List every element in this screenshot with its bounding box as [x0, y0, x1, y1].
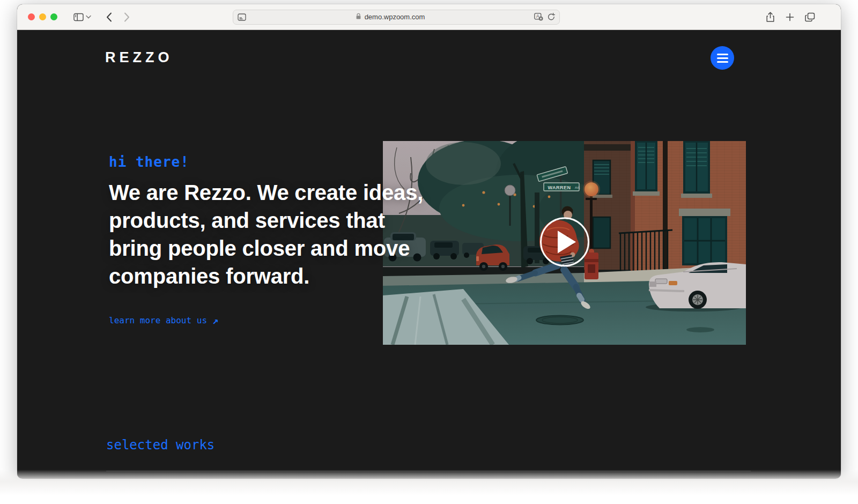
tab-overview-button[interactable] — [805, 12, 815, 22]
sidebar-dropdown-chevron[interactable] — [86, 15, 91, 19]
sidebar-icon — [73, 13, 84, 21]
new-tab-button[interactable] — [786, 13, 794, 21]
hamburger-icon — [717, 54, 728, 55]
forward-button[interactable] — [124, 12, 130, 22]
plus-icon — [786, 13, 794, 21]
browser-toolbar: demo.wpzoom.com A — [17, 4, 841, 30]
reload-button[interactable] — [548, 13, 555, 21]
translate-button[interactable]: A — [534, 13, 543, 21]
back-button[interactable] — [106, 12, 112, 22]
arrow-up-right-icon: ↗ — [212, 314, 218, 326]
bottom-fade — [0, 470, 858, 504]
address-bar[interactable]: demo.wpzoom.com A — [233, 10, 560, 25]
lock-icon[interactable] — [356, 13, 361, 21]
play-button[interactable] — [540, 217, 589, 266]
site-logo[interactable]: REZZO — [105, 49, 173, 66]
reader-options-button[interactable] — [238, 13, 246, 21]
chevron-down-icon — [86, 15, 91, 19]
reader-icon — [238, 13, 246, 21]
close-window-button[interactable] — [28, 13, 35, 20]
translate-icon: A — [534, 13, 543, 21]
share-button[interactable] — [766, 12, 775, 23]
hero-section: hi there! We are Rezzo. We create ideas,… — [109, 154, 423, 326]
webpage-content: REZZO — [17, 30, 841, 478]
share-icon — [766, 12, 775, 23]
hero-heading: We are Rezzo. We create ideas, products,… — [109, 179, 423, 290]
address-text: demo.wpzoom.com — [365, 13, 425, 21]
back-icon — [106, 12, 112, 22]
hero-video-thumbnail[interactable]: WARREN AVE — [383, 141, 746, 345]
sidebar-toggle-button[interactable] — [73, 13, 84, 21]
menu-button[interactable] — [711, 46, 734, 70]
hero-eyebrow: hi there! — [109, 154, 423, 170]
tab-overview-icon — [805, 12, 815, 22]
play-icon — [558, 231, 576, 253]
forward-icon — [124, 12, 130, 22]
selected-works-heading: selected works — [106, 438, 214, 453]
reload-icon — [548, 13, 555, 21]
traffic-lights — [28, 13, 57, 20]
browser-window: demo.wpzoom.com A — [17, 4, 841, 479]
learn-more-label: learn more about us — [109, 315, 207, 325]
minimize-window-button[interactable] — [39, 13, 46, 20]
learn-more-link[interactable]: learn more about us ↗ — [109, 314, 218, 326]
zoom-window-button[interactable] — [50, 13, 57, 20]
